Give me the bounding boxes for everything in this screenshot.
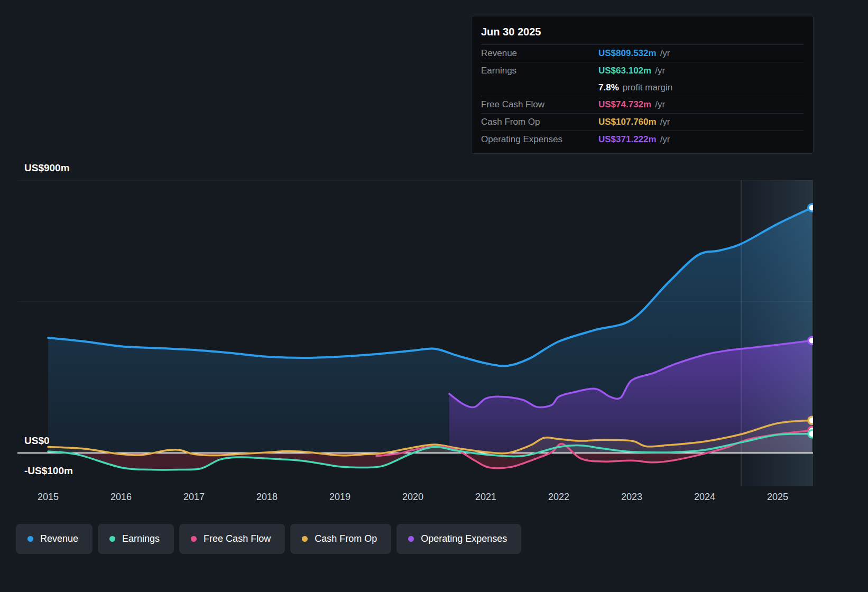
tooltip-row-cash-from-op: Cash From OpUS$107.760m/yr (481, 113, 804, 131)
tooltip-suffix: /yr (660, 134, 670, 144)
x-axis-label-2024: 2024 (694, 492, 715, 503)
tooltip-value: US$371.222m (598, 134, 657, 144)
legend-item-free-cash-flow[interactable]: Free Cash Flow (179, 524, 285, 554)
tooltip-row-free-cash-flow: Free Cash FlowUS$74.732m/yr (481, 96, 804, 113)
tooltip-value-group: US$63.102m/yr (598, 66, 804, 76)
tooltip-suffix: /yr (655, 66, 665, 76)
tooltip-row-operating-expenses: Operating ExpensesUS$371.222m/yr (481, 131, 804, 148)
tooltip-value: US$63.102m (598, 66, 651, 76)
legend-item-revenue[interactable]: Revenue (16, 524, 93, 554)
plot-area[interactable] (17, 180, 813, 486)
legend-item-label: Operating Expenses (421, 533, 507, 544)
legend-item-label: Revenue (40, 533, 78, 544)
legend-item-label: Cash From Op (315, 533, 377, 544)
tooltip-suffix: /yr (660, 48, 670, 58)
legend: RevenueEarningsFree Cash FlowCash From O… (16, 524, 521, 554)
x-axis-label-2019: 2019 (329, 492, 350, 503)
tooltip-suffix: /yr (660, 117, 670, 127)
tooltip-date: Jun 30 2025 (481, 21, 804, 44)
legend-item-cash-from-op[interactable]: Cash From Op (290, 524, 391, 554)
tooltip-label: Revenue (481, 48, 598, 59)
legend-item-operating-expenses[interactable]: Operating Expenses (396, 524, 521, 554)
tooltip-suffix: /yr (655, 99, 665, 109)
tooltip-row-revenue: RevenueUS$809.532m/yr (481, 44, 804, 62)
revenue-legend-dot-icon (27, 536, 33, 542)
legend-item-label: Earnings (122, 533, 160, 544)
x-axis-label-2023: 2023 (621, 492, 642, 503)
cash-from-op-legend-dot-icon (302, 536, 308, 542)
tooltip-label: Cash From Op (481, 117, 598, 127)
tooltip-row-profit-margin: 7.8%profit margin (481, 79, 804, 96)
x-axis-label-2015: 2015 (38, 492, 59, 503)
y-axis-label-900: US$900m (24, 162, 70, 174)
y-axis-label-0: US$0 (24, 435, 50, 447)
legend-item-label: Free Cash Flow (204, 533, 271, 544)
x-axis-label-2021: 2021 (475, 492, 496, 503)
tooltip-value-group: 7.8%profit margin (598, 82, 804, 93)
tooltip-value: US$74.732m (598, 99, 651, 109)
legend-item-earnings[interactable]: Earnings (98, 524, 174, 554)
tooltip-row-earnings: EarningsUS$63.102m/yr (481, 62, 804, 79)
tooltip-label: Operating Expenses (481, 134, 598, 145)
tooltip-value: US$107.760m (598, 117, 657, 127)
earnings-legend-dot-icon (109, 536, 115, 542)
tooltip-value-group: US$107.760m/yr (598, 117, 804, 127)
tooltip-rows: RevenueUS$809.532m/yrEarningsUS$63.102m/… (481, 44, 804, 148)
tooltip-value-group: US$809.532m/yr (598, 48, 804, 59)
x-axis-label-2022: 2022 (548, 492, 569, 503)
tooltip-label: Earnings (481, 66, 598, 76)
earnings-revenue-chart-page: US$900mUS$0-US$100m 20152016201720182019… (0, 0, 868, 592)
y-axis-label--100: -US$100m (24, 465, 73, 477)
x-axis-label-2017: 2017 (183, 492, 205, 503)
tooltip-suffix: profit margin (623, 82, 672, 92)
tooltip-label: Free Cash Flow (481, 99, 598, 110)
tooltip-value: 7.8% (598, 82, 619, 92)
x-axis-label-2025: 2025 (767, 492, 788, 503)
chart-tooltip: Jun 30 2025 RevenueUS$809.532m/yrEarning… (471, 16, 814, 154)
free-cash-flow-legend-dot-icon (191, 536, 197, 542)
x-axis-label-2018: 2018 (256, 492, 278, 503)
tooltip-value-group: US$74.732m/yr (598, 99, 804, 110)
tooltip-value: US$809.532m (598, 48, 657, 58)
operating-expenses-legend-dot-icon (408, 536, 414, 542)
x-axis-label-2016: 2016 (110, 492, 132, 503)
tooltip-value-group: US$371.222m/yr (598, 134, 804, 145)
x-axis-label-2020: 2020 (402, 492, 423, 503)
